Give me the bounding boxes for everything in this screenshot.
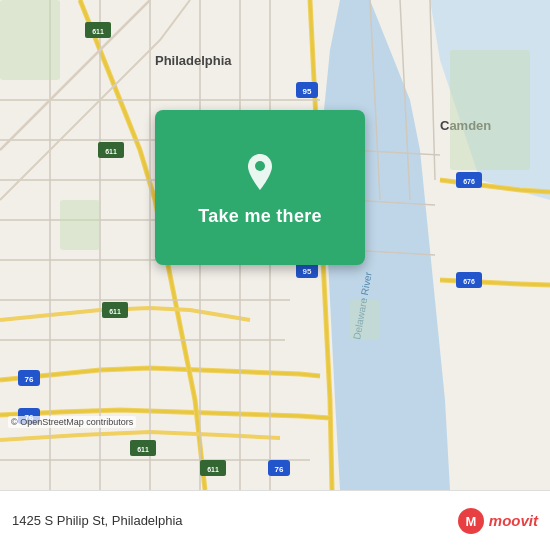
svg-text:95: 95: [303, 87, 312, 96]
moovit-brand: moovit: [489, 512, 538, 529]
svg-text:611: 611: [137, 446, 149, 453]
svg-text:95: 95: [303, 267, 312, 276]
svg-rect-51: [350, 300, 380, 340]
svg-text:M: M: [465, 514, 476, 529]
svg-text:676: 676: [463, 278, 475, 285]
svg-text:611: 611: [207, 466, 219, 473]
svg-point-52: [255, 161, 265, 171]
bottom-bar: 1425 S Philip St, Philadelphia M moovit: [0, 490, 550, 550]
svg-text:611: 611: [109, 308, 121, 315]
take-me-there-card[interactable]: Take me there: [155, 110, 365, 265]
svg-text:Philadelphia: Philadelphia: [155, 53, 232, 68]
address-text: 1425 S Philip St, Philadelphia: [12, 513, 183, 528]
location-pin-icon: [236, 148, 284, 196]
take-me-there-label: Take me there: [198, 206, 322, 227]
svg-text:76: 76: [25, 375, 34, 384]
svg-rect-50: [450, 50, 530, 170]
svg-text:676: 676: [463, 178, 475, 185]
svg-text:611: 611: [92, 28, 104, 35]
svg-rect-49: [60, 200, 100, 250]
moovit-logo: M moovit: [457, 507, 538, 535]
svg-text:76: 76: [275, 465, 284, 474]
copyright-text: © OpenStreetMap contributors: [8, 416, 136, 428]
map-container: Delaware River: [0, 0, 550, 490]
svg-text:611: 611: [105, 148, 117, 155]
svg-rect-48: [0, 0, 60, 80]
